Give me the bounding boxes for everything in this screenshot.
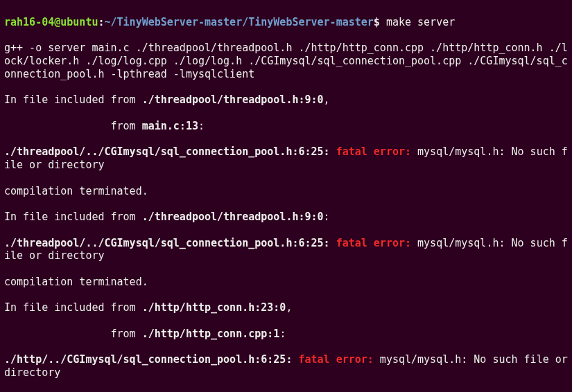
- prompt-command: make server: [386, 16, 455, 28]
- compilation-terminated: compilation terminated.: [4, 185, 568, 198]
- prompt-at: @: [54, 16, 60, 28]
- include-line: from main.c:13:: [4, 120, 568, 133]
- prompt-user: rah16-04: [4, 16, 54, 28]
- prompt-dollar: $: [374, 16, 386, 28]
- include-line: In file included from ./http/http_conn.h…: [4, 301, 568, 314]
- include-line: In file included from ./threadpool/threa…: [4, 93, 568, 107]
- include-line: from ./http/http_conn.cpp:1:: [4, 328, 568, 341]
- terminal-output[interactable]: rah16-04@ubuntu:~/TinyWebServer-master/T…: [0, 0, 572, 392]
- prompt-path: ~/TinyWebServer-master/TinyWebServer-mas…: [105, 16, 374, 28]
- error-line: ./threadpool/../CGImysql/sql_connection_…: [4, 145, 568, 172]
- include-line: In file included from ./threadpool/threa…: [4, 211, 568, 224]
- prompt-line[interactable]: rah16-04@ubuntu:~/TinyWebServer-master/T…: [4, 16, 568, 29]
- fatal-error-label: fatal error:: [330, 145, 417, 158]
- error-line: ./threadpool/../CGImysql/sql_connection_…: [4, 237, 568, 263]
- prompt-host: ubuntu: [60, 16, 98, 28]
- error-line: ./http/../CGImysql/sql_connection_pool.h…: [4, 353, 568, 380]
- fatal-error-label: fatal error:: [292, 353, 379, 366]
- fatal-error-label: fatal error:: [330, 237, 417, 249]
- compilation-terminated: compilation terminated.: [4, 276, 568, 289]
- compile-command-line: g++ -o server main.c ./threadpool/thread…: [4, 42, 568, 80]
- prompt-colon: :: [98, 16, 104, 28]
